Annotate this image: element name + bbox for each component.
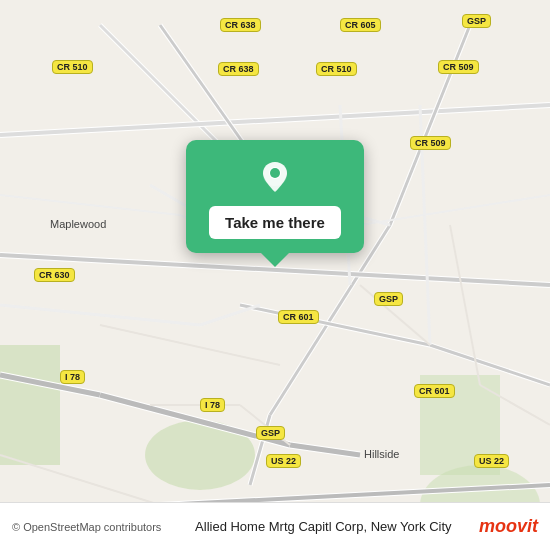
svg-line-44 bbox=[450, 225, 480, 385]
road-badge-gsp-mid: GSP bbox=[374, 292, 403, 306]
svg-line-7 bbox=[0, 105, 550, 135]
popup-card: Take me there bbox=[186, 140, 364, 253]
road-badge-cr509-mid: CR 509 bbox=[410, 136, 451, 150]
svg-line-30 bbox=[0, 305, 200, 325]
moovit-logo: moovit bbox=[479, 516, 538, 537]
road-badge-cr601-right: CR 601 bbox=[414, 384, 455, 398]
take-me-there-button[interactable]: Take me there bbox=[209, 206, 341, 239]
location-pin-icon bbox=[256, 158, 294, 196]
road-badge-us22: US 22 bbox=[266, 454, 301, 468]
svg-line-11 bbox=[390, 25, 470, 225]
road-badge-cr601-mid: CR 601 bbox=[278, 310, 319, 324]
place-label-hillside: Hillside bbox=[364, 448, 399, 460]
road-badge-i78-mid: I 78 bbox=[200, 398, 225, 412]
road-badge-cr638-top: CR 638 bbox=[220, 18, 261, 32]
bottom-bar: © OpenStreetMap contributors Allied Home… bbox=[0, 502, 550, 550]
svg-rect-0 bbox=[0, 345, 60, 465]
moovit-logo-text: moovit bbox=[479, 516, 538, 537]
location-label: Allied Home Mrtg Capitl Corp, New York C… bbox=[168, 519, 479, 534]
svg-line-31 bbox=[200, 305, 260, 325]
road-badge-cr605: CR 605 bbox=[340, 18, 381, 32]
road-badge-cr509-right: CR 509 bbox=[438, 60, 479, 74]
svg-point-49 bbox=[270, 168, 280, 178]
map-attribution: © OpenStreetMap contributors bbox=[12, 521, 168, 533]
svg-line-39 bbox=[360, 195, 550, 225]
road-badge-gsp-bot: GSP bbox=[256, 426, 285, 440]
svg-line-46 bbox=[0, 455, 160, 505]
svg-line-40 bbox=[100, 325, 280, 365]
svg-line-36 bbox=[0, 195, 180, 215]
road-badge-cr510-left: CR 510 bbox=[52, 60, 93, 74]
place-label-maplewood: Maplewood bbox=[50, 218, 106, 230]
road-badge-i78-left: I 78 bbox=[60, 370, 85, 384]
road-badge-gsp-top: GSP bbox=[462, 14, 491, 28]
map-container: CR 638 CR 605 GSP CR 510 CR 638 CR 510 C… bbox=[0, 0, 550, 550]
road-badge-cr510-mid: CR 510 bbox=[316, 62, 357, 76]
road-badge-cr638-mid: CR 638 bbox=[218, 62, 259, 76]
road-badge-cr630: CR 630 bbox=[34, 268, 75, 282]
road-badge-us22-right: US 22 bbox=[474, 454, 509, 468]
